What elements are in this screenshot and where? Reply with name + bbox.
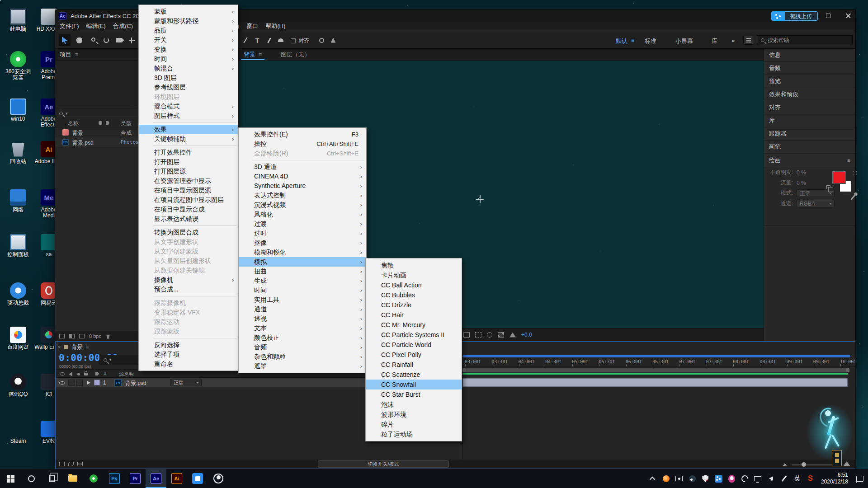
close-tab-icon[interactable]: × (58, 344, 61, 350)
menu-item[interactable]: 选择子项 › (139, 350, 238, 359)
menu-item[interactable]: 从数据创建关键帧 › (139, 266, 238, 275)
region-of-interest-icon[interactable] (463, 332, 470, 338)
transparency-grid-icon[interactable] (475, 332, 481, 338)
menu-item[interactable]: 关键帧辅助 › (139, 134, 238, 144)
menu-item[interactable]: 蒙版 › (139, 7, 238, 16)
desktop-icon-win10[interactable]: win10 (4, 99, 33, 122)
menu-item[interactable]: 碎片 › (366, 419, 462, 429)
taskbar-after-effects[interactable]: Ae (146, 469, 166, 488)
taskbar-file-explorer[interactable] (62, 469, 83, 488)
close-button[interactable] (840, 10, 856, 22)
lock-column-icon[interactable] (84, 373, 88, 375)
tray-network-icon[interactable] (752, 469, 764, 488)
label-column-icon[interactable] (95, 372, 99, 375)
selection-tool[interactable] (59, 34, 71, 46)
exposure-value[interactable]: +0.0 (521, 332, 532, 338)
menu-bar-item[interactable]: 帮助(H) (265, 22, 285, 30)
motion-blur-icon[interactable] (68, 462, 74, 466)
composition-tab[interactable]: 背景 ≡ (241, 49, 264, 60)
taskbar-start-button[interactable] (0, 469, 21, 488)
layer-audio-cell[interactable] (68, 380, 75, 386)
channel-view-icon[interactable] (498, 332, 504, 338)
color-depth-label[interactable]: 8 bpc (89, 333, 101, 339)
time-ruler[interactable]: 03:00f03:30f04:00f04:30f05:00f05:30f06:0… (465, 358, 855, 367)
number-column[interactable]: # (104, 371, 106, 376)
camera-tool[interactable] (113, 34, 125, 46)
menu-item[interactable]: 重命名 › (139, 359, 238, 369)
menu-item[interactable]: 表达式控制 › (239, 191, 366, 200)
column-type[interactable]: 类型 (121, 120, 132, 127)
menu-item[interactable]: 模拟 › (239, 257, 366, 267)
desktop-icon-this-pc[interactable]: 此电脑 (4, 9, 33, 32)
delete-icon[interactable] (106, 334, 110, 339)
tray-screencast-icon[interactable] (673, 469, 685, 488)
panel-menu-icon[interactable]: ≡ (847, 157, 850, 164)
brush-tool[interactable] (263, 34, 275, 46)
desktop-icon-network[interactable]: 网络 (4, 189, 33, 213)
desktop-icon-driver-master[interactable]: 驱动总裁 (4, 282, 33, 306)
anchor-point-icon[interactable] (476, 195, 484, 203)
menu-item[interactable]: 在资源管理器中显示 › (139, 176, 238, 186)
menu-item[interactable]: 品质 › (139, 26, 238, 35)
tray-qq-icon[interactable] (726, 469, 738, 488)
menu-item[interactable]: 焦散 › (366, 260, 462, 270)
menu-bar-item[interactable]: 合成(C) (113, 22, 133, 30)
menu-item[interactable]: CC Star Burst › (366, 389, 462, 399)
panel-tab-align[interactable]: 对齐 (764, 101, 855, 114)
desktop-icon-tencent-qq[interactable]: 腾讯QQ (4, 374, 33, 397)
taskbar-illustrator[interactable]: Ai (166, 469, 187, 488)
panel-tab-libraries[interactable]: 库 (764, 114, 855, 127)
workspace-menu-icon[interactable]: ≡ (631, 37, 634, 43)
tray-share-icon[interactable] (712, 469, 725, 488)
menu-item[interactable]: 泡沫 › (366, 399, 462, 409)
desktop-icon-recycle-bin[interactable]: 回收站 (4, 141, 33, 164)
menu-item[interactable]: 3D 通道 › (239, 162, 366, 172)
menu-item[interactable]: 遮罩 › (239, 361, 366, 371)
layer-lock-cell[interactable] (76, 380, 83, 386)
workspace-settings-button[interactable] (743, 36, 754, 45)
tray-pen-icon[interactable] (778, 469, 790, 488)
menu-item[interactable]: CC Snowfall › (366, 380, 462, 389)
menu-item[interactable]: 模糊和锐化 › (239, 248, 366, 257)
panel-menu-icon[interactable]: ≡ (259, 52, 262, 58)
type-tool[interactable] (251, 34, 263, 46)
column-name[interactable]: 名称 (68, 120, 79, 127)
paint-panel-header[interactable]: 绘画 ≡ (764, 154, 855, 167)
column-badge-icon[interactable] (99, 121, 102, 125)
menu-item[interactable]: CC Particle Systems II › (366, 330, 462, 340)
tray-360-icon[interactable] (660, 469, 672, 488)
menu-item[interactable]: CC Bubbles › (366, 290, 462, 300)
reset-colors-icon[interactable] (853, 171, 857, 175)
menu-item[interactable]: 全部移除(R) Ctrl+Shift+E › (239, 149, 366, 158)
desktop-icon-steam[interactable]: Steam (4, 421, 33, 444)
new-folder-icon[interactable] (69, 334, 75, 338)
audio-column-icon[interactable] (69, 372, 72, 376)
menu-item[interactable]: 生成 › (239, 276, 366, 286)
menu-bar-item[interactable]: 窗口 (246, 22, 258, 30)
blend-mode-dropdown[interactable]: 正常 (170, 379, 202, 386)
menu-item[interactable]: 音频 › (239, 343, 366, 352)
menu-item[interactable]: 沉浸式视频 › (239, 200, 366, 210)
property-value[interactable]: RGBA (797, 200, 835, 207)
panel-tab-effects-presets[interactable]: 效果和预设 (764, 88, 855, 101)
menu-item[interactable]: CC Mr. Mercury › (366, 320, 462, 330)
graph-editor-icon[interactable] (77, 462, 83, 466)
taskbar-clock[interactable]: 6:51 2020/12/18 (821, 472, 848, 485)
panel-tab-info[interactable]: 信息 (764, 49, 855, 62)
menu-item[interactable]: CC Hair › (366, 310, 462, 320)
time-navigator-bar[interactable] (462, 355, 850, 357)
menu-item[interactable]: 效果 › (139, 125, 238, 134)
mask-visibility-icon[interactable] (487, 332, 492, 338)
workspace-libraries[interactable]: 库 (712, 37, 717, 45)
menu-item[interactable]: 过时 › (239, 229, 366, 238)
pen-tool[interactable] (240, 34, 251, 46)
work-area-bar[interactable] (462, 368, 849, 372)
snap-option-1[interactable] (316, 34, 327, 46)
zoom-out-icon[interactable] (783, 463, 787, 466)
menu-item[interactable]: 操控 Ctrl+Alt+Shift+E › (239, 139, 366, 149)
workspace-overflow[interactable]: » (731, 37, 735, 44)
menu-item[interactable]: 跟踪蒙版 › (139, 327, 238, 336)
menu-item[interactable]: CC Rainfall › (366, 360, 462, 370)
taskbar-obs[interactable] (208, 469, 229, 488)
panel-tab-tracker[interactable]: 跟踪器 (764, 127, 855, 141)
